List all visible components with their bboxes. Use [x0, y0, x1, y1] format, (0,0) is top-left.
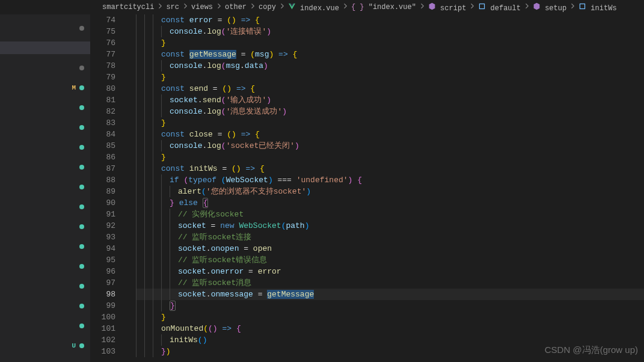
indent-guide	[144, 277, 145, 289]
code-line[interactable]: }	[136, 300, 644, 311]
indent-guide	[153, 311, 153, 323]
sidebar-file-row[interactable]	[0, 200, 90, 213]
indent-guide	[153, 129, 153, 140]
status-dot-icon	[79, 224, 84, 229]
code-line[interactable]: alert('您的浏览器不支持socket')	[136, 186, 644, 197]
code-line[interactable]: socket.onopen = open	[136, 243, 644, 254]
breadcrumb-segment[interactable]: initWs	[578, 2, 616, 13]
indent-guide	[161, 277, 162, 289]
breadcrumb-segment[interactable]: script	[428, 2, 466, 13]
code-line[interactable]: }	[136, 117, 644, 129]
sidebar-file-row[interactable]	[0, 280, 90, 292]
code-line[interactable]: const send = () => {	[136, 83, 644, 94]
indent-guide	[161, 174, 162, 186]
sidebar-file-row[interactable]	[0, 240, 90, 253]
line-number: 91	[90, 209, 115, 220]
indent-guide	[153, 152, 153, 163]
sidebar-file-row[interactable]	[0, 180, 90, 193]
indent-guide	[136, 311, 136, 323]
breadcrumb-segment[interactable]: smartcitycli	[102, 3, 154, 11]
code-line[interactable]: const getMessage = (msg) => {	[136, 49, 644, 60]
breadcrumb-segment[interactable]: default	[478, 2, 521, 13]
breadcrumb-separator-icon	[523, 2, 530, 12]
code-line[interactable]: // 实例化socket	[136, 209, 644, 220]
breadcrumb[interactable]: smartcityclisrcviewsothercopy index.vue{…	[0, 0, 644, 14]
sidebar-file-row[interactable]	[0, 121, 90, 133]
sidebar-file-row[interactable]	[0, 22, 90, 34]
code-line[interactable]: } else {	[136, 197, 644, 209]
sidebar-file-row[interactable]: U	[0, 339, 90, 352]
sidebar-file-row[interactable]	[0, 299, 90, 312]
file-explorer-sidebar[interactable]: MU	[0, 14, 90, 362]
sidebar-file-row[interactable]	[0, 260, 90, 272]
sidebar-file-row[interactable]	[0, 61, 90, 74]
sidebar-file-row[interactable]	[0, 161, 90, 173]
code-line[interactable]: socket.onerror = error	[136, 266, 644, 277]
line-number: 100	[90, 311, 115, 323]
status-dot-icon	[79, 284, 84, 289]
code-line[interactable]: socket.send('输入成功')	[136, 94, 644, 106]
breadcrumb-segment[interactable]: other	[225, 3, 247, 11]
code-line[interactable]: }	[136, 152, 644, 163]
git-status-badge: M	[72, 84, 76, 91]
code-line[interactable]: const close = () => {	[136, 129, 644, 140]
code-line[interactable]: onMounted(() => {	[136, 323, 644, 334]
code-editor[interactable]: 7475767778798081828384858687888990919293…	[90, 14, 644, 362]
sidebar-file-row[interactable]	[0, 141, 90, 153]
code-line[interactable]: console.log('连接错误')	[136, 26, 644, 37]
indent-guide	[153, 163, 153, 174]
code-line[interactable]: console.log(msg.data)	[136, 60, 644, 72]
indent-guide	[161, 140, 162, 152]
indent-guide	[153, 49, 153, 60]
breadcrumb-segment[interactable]: { } "index.vue"	[351, 3, 416, 11]
breadcrumb-separator-icon	[215, 2, 222, 12]
code-line[interactable]: // 监听socket消息	[136, 277, 644, 289]
code-line[interactable]: console.log('消息发送成功')	[136, 106, 644, 117]
braces-icon: { }	[351, 3, 364, 11]
status-dot-icon	[79, 26, 84, 31]
sidebar-file-row[interactable]	[0, 41, 90, 54]
sidebar-file-row[interactable]	[0, 101, 90, 114]
code-area[interactable]: const error = () => {console.log('连接错误')…	[126, 14, 644, 362]
line-number: 94	[90, 243, 115, 254]
indent-guide	[161, 220, 162, 232]
code-line[interactable]: // 监听socket连接	[136, 232, 644, 243]
line-number: 85	[90, 140, 115, 152]
code-line[interactable]: if (typeof (WebSocket) === 'undefined') …	[136, 174, 644, 186]
indent-guide	[136, 60, 136, 72]
code-line[interactable]: const error = () => {	[136, 14, 644, 26]
code-line[interactable]: // 监听socket错误信息	[136, 254, 644, 266]
indent-guide	[136, 129, 136, 140]
indent-guide	[144, 152, 145, 163]
code-line[interactable]: const initWs = () => {	[136, 163, 644, 174]
breadcrumb-segment[interactable]: index.vue	[288, 2, 339, 13]
breadcrumb-separator-icon	[468, 2, 476, 12]
watermark: CSDN @冯浩(grow up)	[545, 345, 638, 356]
indent-guide	[136, 266, 136, 277]
sidebar-file-row[interactable]: M	[0, 81, 90, 94]
code-line[interactable]: }	[136, 72, 644, 83]
indent-guide	[153, 83, 153, 94]
indent-guide	[170, 186, 170, 197]
code-line[interactable]: console.log('socket已经关闭')	[136, 140, 644, 152]
sidebar-file-row[interactable]	[0, 319, 90, 332]
status-dot-icon	[79, 324, 84, 328]
code-line[interactable]: socket.onmessage = getMessage	[136, 289, 644, 300]
indent-guide	[136, 209, 136, 220]
breadcrumb-segment[interactable]: setup	[533, 2, 566, 13]
breadcrumb-segment[interactable]: views	[191, 3, 213, 11]
code-line[interactable]: socket = new WebSocket(path)	[136, 220, 644, 232]
indent-guide	[136, 14, 136, 26]
indent-guide	[153, 186, 153, 197]
indent-guide	[144, 289, 145, 300]
code-line[interactable]: }	[136, 37, 644, 49]
indent-guide	[136, 323, 136, 334]
sidebar-file-row[interactable]	[0, 220, 90, 233]
box-icon	[578, 2, 586, 10]
indent-guide	[144, 209, 145, 220]
breadcrumb-segment[interactable]: src	[166, 3, 179, 11]
indent-guide	[136, 152, 136, 163]
code-line[interactable]: }	[136, 311, 644, 323]
breadcrumb-segment[interactable]: copy	[259, 3, 276, 11]
breadcrumb-separator-icon	[182, 2, 189, 12]
